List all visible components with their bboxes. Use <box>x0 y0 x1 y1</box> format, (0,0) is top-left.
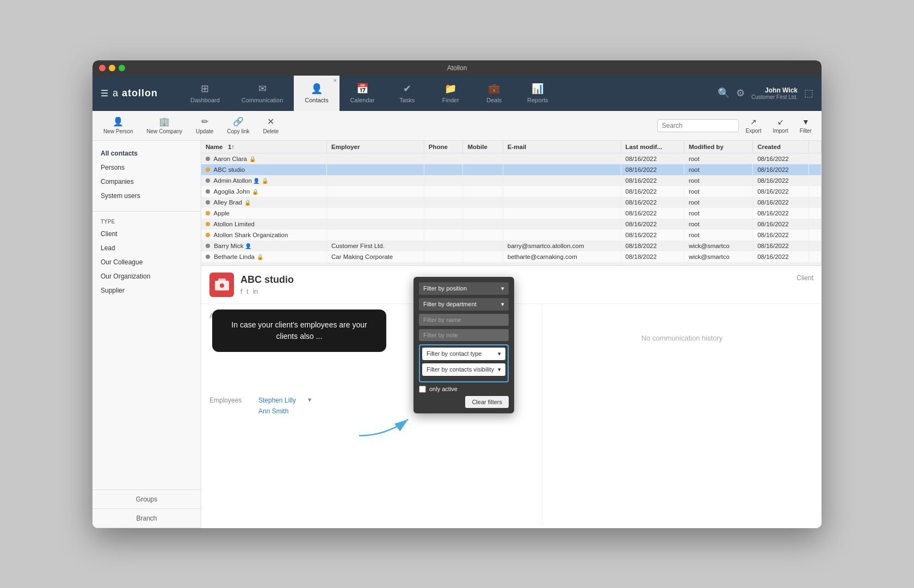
nav-item-finder[interactable]: 📁 Finder <box>429 76 472 111</box>
nav-item-tasks[interactable]: ✔ Tasks <box>385 76 429 111</box>
col-phone[interactable]: Phone <box>424 141 463 153</box>
filter-department-select[interactable]: Filter by department ▾ <box>419 298 509 311</box>
export-button[interactable]: ↗ Export <box>742 115 766 137</box>
table-row[interactable]: Alley Brad🔒 08/16/2022 root 08/16/2022 <box>201 197 822 208</box>
user-info[interactable]: John Wick Customer First Ltd. <box>751 86 798 100</box>
sidebar-item-client[interactable]: Client <box>92 227 201 241</box>
filter-visibility-select[interactable]: Filter by contacts visibility ▾ <box>422 363 505 376</box>
signout-icon[interactable]: ⬚ <box>804 87 813 99</box>
nav-item-contacts[interactable]: 👤 Contacts ✕ <box>294 76 339 111</box>
col-name[interactable]: Name 1↑ <box>201 141 327 153</box>
employee-ann[interactable]: Ann Smith <box>258 407 296 415</box>
sidebar-item-persons[interactable]: Persons <box>92 160 201 175</box>
filter-employees-icon: ▼ <box>307 397 313 403</box>
tasks-icon: ✔ <box>403 83 411 95</box>
nav-item-deals[interactable]: 💼 Deals <box>472 76 516 111</box>
col-modified-by[interactable]: Modified by <box>684 141 752 153</box>
nav-item-reports[interactable]: 📊 Reports <box>516 76 559 111</box>
cell-name: Betharte Linda🔒 <box>201 251 327 262</box>
col-created[interactable]: Created <box>753 141 808 153</box>
close-tab-icon[interactable]: ✕ <box>333 78 337 83</box>
import-button[interactable]: ↙ Import <box>768 115 792 137</box>
cell-email <box>503 197 621 208</box>
company-avatar <box>209 273 234 297</box>
sidebar-item-companies[interactable]: Companies <box>92 175 201 189</box>
table-row[interactable]: Barry Mick👤 Customer First Ltd. barry@sm… <box>201 240 822 251</box>
sidebar-item-our-colleague[interactable]: Our Colleague <box>92 255 201 269</box>
settings-icon[interactable]: ⚙ <box>736 87 745 99</box>
filter-employees-button[interactable]: ▼ <box>307 397 313 403</box>
search-icon[interactable]: 🔍 <box>718 87 730 99</box>
table-row[interactable]: Aaron Clara🔒 08/16/2022 root 08/16/2022 <box>201 153 822 164</box>
sidebar-item-our-organization[interactable]: Our Organization <box>92 269 201 283</box>
col-employer[interactable]: Employer <box>327 141 424 153</box>
title-bar: Atollon <box>92 60 822 76</box>
sidebar-bottom: Groups Branch <box>92 490 201 528</box>
table-row[interactable]: Betharte Linda🔒 Car Making Corporate bet… <box>201 251 822 262</box>
nav-items: ⊞ Dashboard ✉ Communication 👤 Contacts ✕… <box>180 76 709 111</box>
calendar-icon: 📅 <box>356 83 368 95</box>
hamburger-icon[interactable]: ☰ <box>101 88 108 98</box>
table-row[interactable]: Admin Atollon👤🔒 08/16/2022 root 08/16/20… <box>201 175 822 186</box>
filter-position-select[interactable]: Filter by position ▾ <box>419 282 509 295</box>
only-active-checkbox[interactable] <box>419 386 426 393</box>
tooltip-bubble: In case your client's employees are your… <box>212 310 386 352</box>
filter-note-input[interactable] <box>419 329 509 341</box>
nav-item-dashboard[interactable]: ⊞ Dashboard <box>180 76 231 111</box>
table-row[interactable]: ABC studio 08/16/2022 root 08/16/2022 <box>201 164 822 175</box>
col-email[interactable]: E-mail <box>503 141 621 153</box>
cell-mobile <box>463 208 503 219</box>
filter-button[interactable]: ▼ Filter <box>795 115 816 137</box>
cell-extra <box>808 251 821 262</box>
clear-filters-button[interactable]: Clear filters <box>465 396 509 408</box>
table-row[interactable]: Apple 08/16/2022 root 08/16/2022 <box>201 208 822 219</box>
cell-email <box>503 219 621 230</box>
maximize-button[interactable] <box>119 65 125 71</box>
cell-mod-by: wick@smartco <box>684 240 752 251</box>
table-row[interactable]: Agoglia John🔒 08/16/2022 root 08/16/2022 <box>201 186 822 197</box>
cell-employer: Customer First Ltd. <box>327 240 424 251</box>
twitter-icon[interactable]: t <box>246 288 248 295</box>
import-label: Import <box>773 128 788 134</box>
search-input[interactable] <box>657 119 739 132</box>
branch-item[interactable]: Branch <box>92 509 201 528</box>
minimize-button[interactable] <box>109 65 115 71</box>
cell-last-mod: 08/16/2022 <box>621 153 684 164</box>
copy-link-button[interactable]: 🔗 Copy link <box>221 114 255 137</box>
filter-name-row <box>419 314 509 326</box>
import-icon: ↙ <box>777 117 784 126</box>
facebook-icon[interactable]: f <box>240 288 242 295</box>
cell-created: 08/16/2022 <box>753 164 808 175</box>
new-company-button[interactable]: 🏢 New Company <box>141 114 188 137</box>
cell-extra <box>808 153 821 164</box>
nav-item-communication[interactable]: ✉ Communication <box>231 76 294 111</box>
update-button[interactable]: ✏ Update <box>190 114 219 137</box>
table-row[interactable]: Atollon Shark Organization 08/16/2022 ro… <box>201 230 822 240</box>
nav-item-calendar[interactable]: 📅 Calendar <box>339 76 386 111</box>
table-row[interactable]: Atollon Limited 08/16/2022 root 08/16/20… <box>201 219 822 230</box>
cell-last-mod: 08/18/2022 <box>621 240 684 251</box>
col-last-mod[interactable]: Last modif... <box>621 141 684 153</box>
close-button[interactable] <box>99 65 106 71</box>
export-icon: ↗ <box>750 117 757 126</box>
social-icons: f t in <box>240 288 294 295</box>
cell-mod-by: root <box>684 219 752 230</box>
filter-name-input[interactable] <box>419 314 509 326</box>
filter-contact-type-select[interactable]: Filter by contact type ▾ <box>422 348 505 360</box>
new-person-button[interactable]: 👤 New Person <box>98 114 138 137</box>
sidebar-item-system-users[interactable]: System users <box>92 189 201 203</box>
groups-item[interactable]: Groups <box>92 490 201 509</box>
cell-phone <box>424 208 463 219</box>
cell-last-mod: 08/16/2022 <box>621 197 684 208</box>
sidebar-item-all-contacts[interactable]: All contacts <box>92 146 201 160</box>
employee-stephen[interactable]: Stephen Lilly <box>258 397 296 404</box>
sidebar-item-lead[interactable]: Lead <box>92 241 201 255</box>
new-company-label: New Company <box>146 128 182 134</box>
filter-visibility-chevron: ▾ <box>498 366 501 373</box>
sidebar-item-supplier[interactable]: Supplier <box>92 283 201 298</box>
col-mobile[interactable]: Mobile <box>463 141 503 153</box>
cell-mod-by: wick@smartco <box>684 251 752 262</box>
cell-phone <box>424 175 463 186</box>
delete-button[interactable]: ✕ Delete <box>257 114 284 137</box>
linkedin-icon[interactable]: in <box>253 288 258 295</box>
